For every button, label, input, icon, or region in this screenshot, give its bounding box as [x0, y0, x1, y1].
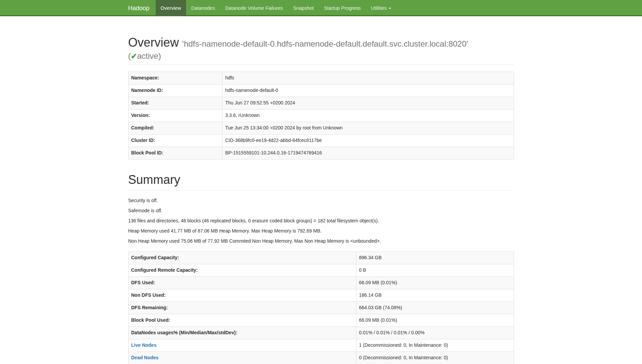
row-value: 186.14 GB — [356, 289, 514, 302]
row-value: 896.34 GB — [356, 252, 514, 264]
summary-line: Safemode is off. — [128, 208, 514, 214]
row-label: DataNodes usages% (Min/Median/Max/stdDev… — [128, 327, 356, 339]
row-value: hdfs — [222, 72, 514, 84]
nav-item-label: Snapshot — [293, 5, 314, 12]
nav-item-datanodes[interactable]: Datanodes — [186, 0, 220, 16]
summary-line: Security is off. — [128, 197, 514, 204]
row-label: Version: — [128, 109, 222, 122]
row-label: Configured Capacity: — [128, 252, 356, 264]
table-row: Non DFS Used:186.14 GB — [128, 289, 514, 302]
row-value: 3.3.6, rUnknown — [222, 109, 514, 122]
row-label: Started: — [128, 97, 222, 109]
dead-nodes-link[interactable]: Dead Nodes — [131, 355, 159, 360]
nav-item-label: Datanodes — [191, 5, 215, 12]
row-value: 66.09 MB (0.01%) — [356, 277, 514, 289]
row-value: 664.03 GB (74.08%) — [356, 302, 514, 314]
row-label: Dead Nodes — [128, 352, 356, 364]
nav-item-snapshot[interactable]: Snapshot — [288, 0, 319, 16]
table-row: DataNodes usages% (Min/Median/Max/stdDev… — [128, 327, 514, 339]
table-row: Block Pool Used:66.09 MB (0.01%) — [128, 314, 514, 327]
namenode-address: 'hdfs-namenode-default-0.hdfs-namenode-d… — [182, 39, 468, 48]
summary-header: Summary — [128, 173, 514, 191]
table-row: Live Nodes1 (Decommissioned: 0, In Maint… — [128, 339, 514, 352]
table-row: Started:Thu Jun 27 09:52:55 +0200 2024 — [128, 97, 514, 109]
namenode-info-table-body: Namespace:hdfsNamenode ID:hdfs-namenode-… — [128, 72, 514, 159]
row-label: Compiled: — [128, 122, 222, 134]
row-value: 0 (Decommissioned: 0, In Maintenance: 0) — [356, 352, 514, 364]
nav-item-startup-progress[interactable]: Startup Progress — [319, 0, 366, 16]
nav-item-label: Startup Progress — [324, 5, 361, 12]
table-row: Compiled:Tue Jun 25 13:34:00 +0200 2024 … — [128, 122, 514, 134]
check-icon: ✔ — [131, 52, 137, 60]
table-row: Namespace:hdfs — [128, 72, 514, 84]
nav-item-label: Utilities — [371, 5, 391, 12]
row-value: 0 B — [356, 264, 514, 277]
row-label: Configured Remote Capacity: — [128, 264, 356, 277]
summary-line: Heap Memory used 41.77 MB of 87.06 MB He… — [128, 228, 514, 235]
summary-line: Non Heap Memory used 75.06 MB of 77.92 M… — [128, 238, 514, 245]
nav-item-label: Datanode Volume Failures — [225, 5, 283, 12]
nav-item-utilities[interactable]: Utilities — [366, 0, 396, 16]
table-row: Version:3.3.6, rUnknown — [128, 109, 514, 122]
table-row: Configured Remote Capacity:0 B — [128, 264, 514, 277]
row-label: DFS Used: — [128, 277, 356, 289]
table-row: Dead Nodes0 (Decommissioned: 0, In Maint… — [128, 352, 514, 364]
table-row: DFS Remaining:664.03 GB (74.08%) — [128, 302, 514, 314]
row-label: DFS Remaining: — [128, 302, 356, 314]
live-nodes-link[interactable]: Live Nodes — [131, 342, 157, 348]
nav-item-overview[interactable]: Overview — [156, 0, 186, 16]
table-row: Block Pool ID:BP-1515559101-10.244.0.16-… — [128, 147, 514, 159]
row-value: hdfs-namenode-default-0 — [222, 84, 514, 97]
summary-lines: Security is off.Safemode is off.136 file… — [128, 197, 514, 245]
row-label: Namenode ID: — [128, 84, 222, 97]
row-value: 66.09 MB (0.01%) — [356, 314, 514, 327]
navbar-menu: OverviewDatanodesDatanode Volume Failure… — [156, 0, 396, 16]
row-value: 1 (Decommissioned: 0, In Maintenance: 0) — [356, 339, 514, 352]
top-navbar: Hadoop OverviewDatanodesDatanode Volume … — [0, 0, 642, 16]
row-value: BP-1515559101-10.244.0.16-1719474769416 — [222, 147, 514, 159]
capacity-table-body: Configured Capacity:896.34 GBConfigured … — [128, 252, 514, 364]
row-value: CID-368b9fc0-ee19-4d22-abbd-84fcec8117be — [222, 134, 514, 147]
hadoop-brand: Hadoop — [128, 0, 156, 16]
row-value: 0.01% / 0.01% / 0.01% / 0.00% — [356, 327, 514, 339]
summary-title: Summary — [128, 173, 514, 187]
namenode-info-table: Namespace:hdfsNamenode ID:hdfs-namenode-… — [128, 72, 514, 160]
caret-down-icon — [389, 8, 391, 9]
row-label: Live Nodes — [128, 339, 356, 352]
table-row: Cluster ID:CID-368b9fc0-ee19-4d22-abbd-8… — [128, 134, 514, 147]
page-title-text: Overview — [128, 35, 179, 49]
row-label: Block Pool Used: — [128, 314, 356, 327]
row-value: Tue Jun 25 13:34:00 +0200 2024 by root f… — [222, 122, 514, 134]
row-label: Cluster ID: — [128, 134, 222, 147]
row-label: Namespace: — [128, 72, 222, 84]
nav-item-label: Overview — [161, 5, 181, 12]
page-title: Overview 'hdfs-namenode-default-0.hdfs-n… — [128, 36, 514, 60]
table-row: DFS Used:66.09 MB (0.01%) — [128, 277, 514, 289]
summary-line: 136 files and directories, 46 blocks (46… — [128, 218, 514, 224]
table-row: Configured Capacity:896.34 GB — [128, 252, 514, 264]
main-content: Overview 'hdfs-namenode-default-0.hdfs-n… — [123, 36, 519, 364]
nav-item-datanode-volume-failures[interactable]: Datanode Volume Failures — [220, 0, 288, 16]
row-label: Non DFS Used: — [128, 289, 356, 302]
capacity-table: Configured Capacity:896.34 GBConfigured … — [128, 251, 514, 364]
row-value: Thu Jun 27 09:52:55 +0200 2024 — [222, 97, 514, 109]
table-row: Namenode ID:hdfs-namenode-default-0 — [128, 84, 514, 97]
namenode-state: (✔active) — [128, 52, 514, 60]
overview-header: Overview 'hdfs-namenode-default-0.hdfs-n… — [128, 36, 514, 65]
row-label: Block Pool ID: — [128, 147, 222, 159]
